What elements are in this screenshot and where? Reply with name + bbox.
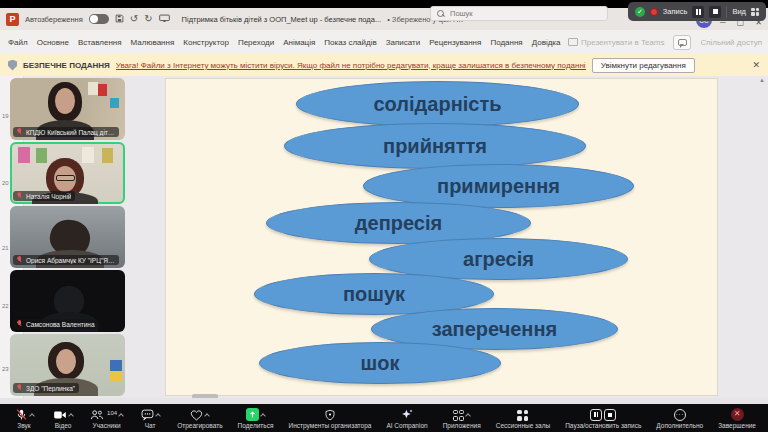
muted-mic-icon	[17, 384, 23, 392]
powerpoint-logo-icon[interactable]: P	[6, 13, 19, 26]
participant-video[interactable]: Орися Абрамчук КУ "ІРЦ"Ясна	[10, 206, 125, 268]
ellipse-label: депресія	[355, 212, 442, 235]
pause-stop-record-icon	[590, 409, 616, 421]
more-ellipsis-icon: ···	[674, 409, 686, 421]
participants-count-badge: 104	[107, 410, 117, 416]
toolbar-apps-button[interactable]: Приложения	[443, 408, 481, 429]
autosave-toggle[interactable]	[89, 14, 109, 24]
meeting-screen: P Автозбереження ↺ ↻ Підтримка бітьків д…	[0, 0, 768, 432]
toolbar-more-button[interactable]: ··· Дополнительно	[656, 408, 703, 429]
scrollbar-up-icon[interactable]: ▲	[759, 77, 765, 83]
pause-icon[interactable]	[590, 409, 602, 421]
view-layout-icon[interactable]	[751, 8, 759, 16]
tab-animations[interactable]: Анімація	[283, 38, 315, 47]
toolbar-participants-label: Учасники	[93, 422, 121, 429]
undo-icon[interactable]: ↺	[130, 14, 138, 24]
stop-recording-button[interactable]	[709, 6, 721, 18]
toggle-knob	[90, 15, 98, 23]
stop-icon[interactable]	[604, 409, 616, 421]
chevron-up-icon[interactable]	[68, 413, 74, 419]
tab-slideshow[interactable]: Показ слайдів	[324, 38, 376, 47]
toolbar-audio-button[interactable]: Звук	[12, 408, 36, 429]
save-icon[interactable]	[115, 14, 124, 25]
chevron-up-icon[interactable]	[465, 413, 471, 419]
ellipse-label: примирення	[437, 175, 560, 198]
comments-button[interactable]	[673, 35, 691, 50]
search-input[interactable]	[448, 8, 578, 19]
participant-name-pill: ЗДО "Перлинка"	[13, 383, 79, 393]
toolbar-react-button[interactable]: Отреагировать	[177, 408, 222, 429]
chevron-up-icon[interactable]	[205, 413, 211, 419]
toolbar-share-label: Поделиться	[238, 422, 274, 429]
slide-ellipse-shock[interactable]: шок	[259, 342, 501, 384]
chevron-up-icon[interactable]	[29, 413, 35, 419]
toolbar-end-meeting-button[interactable]: ✕ Завершение	[718, 408, 756, 429]
meeting-toolbar: Звук Відео 104 Учасники	[0, 404, 768, 432]
toolbar-host-tools-button[interactable]: Инструменты организатора	[289, 408, 372, 429]
tab-design[interactable]: Конструктор	[183, 38, 229, 47]
participant-video[interactable]: Самсонова Валентина	[10, 270, 125, 332]
toolbar-breakout-rooms-button[interactable]: Сессионные залы	[496, 408, 550, 429]
tab-transitions[interactable]: Переходи	[238, 38, 274, 47]
muted-mic-icon	[17, 256, 23, 264]
slide-ellipse-solidarity[interactable]: солідарність	[296, 81, 579, 127]
present-in-teams-label: Презентувати в Teams	[581, 38, 665, 47]
tab-review[interactable]: Рецензування	[429, 38, 481, 47]
participant-video-active-speaker[interactable]: Наталія Чорній	[10, 142, 125, 204]
tab-help[interactable]: Довідка	[532, 38, 561, 47]
share-button[interactable]: Спільний доступ	[700, 38, 762, 47]
tab-insert[interactable]: Вставлення	[78, 38, 122, 47]
tab-home[interactable]: Основне	[37, 38, 69, 47]
apps-icon	[453, 410, 464, 421]
tab-view[interactable]: Подання	[490, 38, 522, 47]
camera-icon	[53, 409, 67, 421]
document-title: Підтримка бітьків дітей з ООП_Meet up - …	[182, 15, 382, 24]
tab-record[interactable]: Записати	[386, 38, 421, 47]
toolbar-video-button[interactable]: Відео	[51, 408, 75, 429]
toolbar-chat-button[interactable]: Чат	[138, 408, 162, 429]
tab-file[interactable]: Файл	[8, 38, 28, 47]
slide-ellipse-acceptance[interactable]: прийняття	[284, 123, 586, 169]
warning-close-icon[interactable]: ✕	[752, 60, 760, 70]
search-box[interactable]	[430, 6, 608, 21]
protected-view-title: БЕЗПЕЧНЕ ПОДАННЯ	[23, 61, 110, 70]
microphone-muted-icon	[15, 408, 28, 421]
present-in-teams-button[interactable]: Презентувати в Teams	[568, 38, 665, 47]
participant-name-pill: Наталія Чорній	[13, 191, 75, 201]
participant-video[interactable]: ЗДО "Перлинка"	[10, 334, 125, 396]
pause-recording-button[interactable]	[692, 6, 704, 18]
participant-name-pill: Орися Абрамчук КУ "ІРЦ"Ясна	[13, 255, 119, 265]
enable-editing-button[interactable]: Увімкнути редагування	[592, 58, 695, 73]
view-menu-label[interactable]: Вид	[732, 7, 746, 16]
chevron-up-icon[interactable]	[118, 413, 124, 419]
chevron-up-icon[interactable]	[155, 413, 161, 419]
toolbar-react-label: Отреагировать	[177, 422, 222, 429]
participant-name-pill: Самсонова Валентина	[13, 319, 99, 329]
comment-icon	[678, 39, 687, 46]
participants-icon	[90, 409, 104, 421]
ribbon-right-actions: Презентувати в Teams Спільний доступ	[568, 30, 762, 54]
ai-sparkle-icon	[401, 408, 414, 421]
toolbar-apps-label: Приложения	[443, 422, 481, 429]
toolbar-chat-label: Чат	[145, 422, 156, 429]
protected-view-message: Увага! Файли з Інтернету можуть містити …	[116, 61, 586, 70]
thumbnail-number: 23	[2, 366, 9, 372]
heart-icon	[190, 409, 203, 421]
participant-video[interactable]: КПДЮ Київський Палац дітей та	[10, 78, 125, 140]
toolbar-participants-button[interactable]: 104 Учасники	[90, 408, 123, 429]
redo-icon[interactable]: ↻	[144, 14, 152, 24]
protected-view-bar: БЕЗПЕЧНЕ ПОДАННЯ Увага! Файли з Інтернет…	[0, 54, 768, 76]
muted-mic-icon	[17, 128, 23, 136]
chevron-up-icon[interactable]	[260, 413, 266, 419]
toolbar-pause-stop-record-button[interactable]: Пауза/остановить запись	[565, 408, 641, 429]
thumbnail-number: 19	[2, 113, 9, 119]
slide-canvas[interactable]: солідарність прийняття примирення депрес…	[165, 78, 718, 396]
toolbar-ai-companion-button[interactable]: AI Companion	[386, 408, 427, 429]
toolbar-share-button[interactable]: Поделиться	[238, 408, 274, 429]
ellipse-label: солідарність	[374, 93, 502, 116]
editing-workspace: 19 20 21 22 23 ▲ солідарність прийняття …	[0, 76, 768, 398]
share-screen-icon	[246, 408, 259, 421]
start-presentation-icon[interactable]	[159, 14, 170, 25]
tab-draw[interactable]: Малювання	[131, 38, 175, 47]
panel-handle[interactable]	[192, 394, 218, 398]
